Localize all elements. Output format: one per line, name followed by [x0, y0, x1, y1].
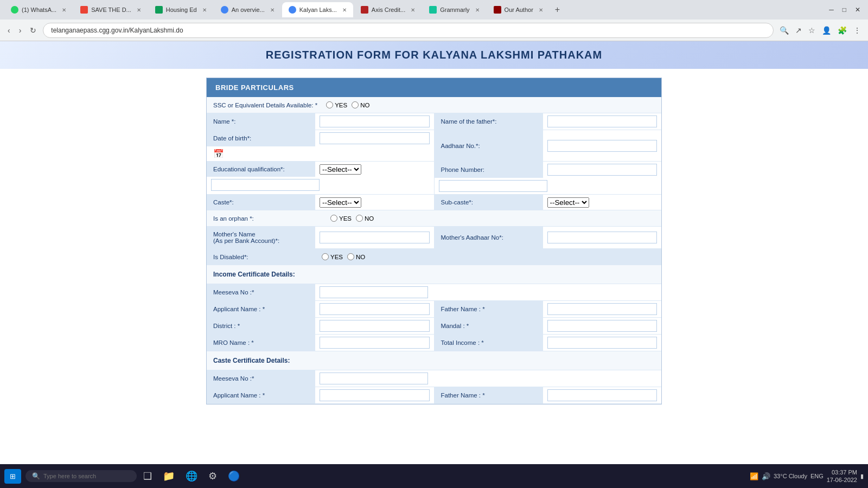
disabled-label: Is Disabled*:	[213, 254, 322, 260]
tab-housing[interactable]: Housing Ed ✕	[149, 2, 213, 17]
dob-input-wrapper	[315, 130, 434, 146]
settings-icon[interactable]: ⚙	[204, 468, 221, 484]
father-name-input-wrapper	[543, 113, 662, 130]
bookmark-icon[interactable]: ☆	[807, 24, 817, 36]
caste-cert-section-title: Caste Certificate Details:	[207, 351, 661, 370]
ssc-no-radio[interactable]	[352, 101, 359, 108]
chrome-icon[interactable]: 🌐	[181, 468, 202, 484]
back-button[interactable]: ‹	[5, 24, 12, 37]
tab-overview-label: An overvie...	[232, 7, 265, 13]
ssc-no-label[interactable]: NO	[352, 101, 369, 108]
father-name-label: Name of the father*:	[435, 113, 543, 130]
taskbar-search-icon: 🔍	[32, 472, 40, 480]
orphan-yes-label[interactable]: YES	[330, 215, 352, 222]
tab-overview-close[interactable]: ✕	[270, 7, 275, 13]
sound-icon[interactable]: 🔊	[762, 472, 770, 480]
phone-text2[interactable]	[439, 180, 547, 192]
tab-whatsapp[interactable]: (1) WhatsA... ✕	[4, 2, 73, 17]
tab-axis-close[interactable]: ✕	[411, 7, 415, 13]
start-button[interactable]: ⊞	[4, 469, 21, 484]
orphan-row: Is an orphan *: YES NO	[207, 210, 661, 227]
father3-right: Father Name : *	[435, 387, 662, 403]
meeseva2-input[interactable]	[320, 373, 428, 384]
header-banner: REGISTRATION FORM FOR KALYANA LAKSHMI PA…	[0, 41, 868, 69]
tab-whatsapp-close[interactable]: ✕	[62, 7, 66, 13]
forward-button[interactable]: ›	[17, 24, 24, 37]
applicant2-input[interactable]	[320, 389, 430, 401]
reload-button[interactable]: ↻	[28, 24, 39, 37]
caste-select[interactable]: --Select--	[320, 197, 361, 208]
close-button[interactable]: ✕	[852, 4, 864, 16]
restore-button[interactable]: □	[839, 4, 850, 16]
network-icon[interactable]: 📶	[750, 472, 758, 480]
mother-name-input[interactable]	[320, 232, 430, 243]
more-icon[interactable]: ⋮	[852, 24, 863, 36]
system-clock[interactable]: 03:37 PM 17-06-2022	[827, 468, 857, 484]
edu-select[interactable]: --Select--	[320, 164, 361, 175]
dob-input[interactable]	[320, 132, 430, 144]
disabled-no-label[interactable]: NO	[347, 253, 365, 260]
aadhaar-input[interactable]	[547, 140, 658, 152]
tab-gmail[interactable]: SAVE THE D... ✕	[74, 2, 148, 17]
phone-input[interactable]	[547, 164, 658, 176]
father-name2-input[interactable]	[547, 303, 658, 315]
tab-gmail-close[interactable]: ✕	[137, 7, 141, 13]
disabled-yes-radio[interactable]	[322, 253, 329, 260]
task-view-icon[interactable]: ❑	[139, 468, 156, 484]
district-input[interactable]	[320, 320, 430, 332]
weather-label: 33°C Cloudy	[774, 473, 807, 479]
extensions-icon[interactable]: 🧩	[836, 24, 848, 36]
father-name-input[interactable]	[547, 115, 658, 127]
show-desktop-icon[interactable]: ▮	[860, 473, 864, 480]
name-input[interactable]	[320, 115, 430, 127]
tab-kalyan[interactable]: Kalyan Laks... ✕	[282, 2, 353, 17]
tab-kalyan-close[interactable]: ✕	[342, 7, 347, 13]
tab-gmail-label: SAVE THE D...	[91, 7, 131, 13]
ssc-radio-group: YES NO	[326, 101, 369, 108]
tab-housing-close[interactable]: ✕	[202, 7, 207, 13]
edu-text-input[interactable]	[211, 179, 320, 191]
district-input-wrapper	[315, 318, 434, 334]
subcaste-select[interactable]: --Select--	[547, 197, 589, 208]
ssc-yes-label[interactable]: YES	[326, 101, 347, 108]
mandal-input-wrapper	[543, 318, 662, 334]
applicant-input-wrapper	[315, 301, 434, 317]
taskbar-search-box[interactable]: 🔍	[25, 470, 137, 482]
share-icon[interactable]: ↗	[794, 24, 803, 36]
tab-overview[interactable]: An overvie... ✕	[214, 2, 281, 17]
disabled-no-radio[interactable]	[347, 253, 354, 260]
taskbar-search-input[interactable]	[43, 473, 130, 479]
page-title: REGISTRATION FORM FOR KALYANA LAKSHMI PA…	[11, 49, 857, 61]
address-bar[interactable]	[43, 23, 774, 38]
ssc-row: SSC or Equivalent Details Available: * Y…	[207, 97, 661, 113]
father-name3-input[interactable]	[547, 389, 658, 401]
meeseva-input[interactable]	[320, 286, 428, 298]
tab-grammarly-close[interactable]: ✕	[475, 7, 480, 13]
mro-input[interactable]	[320, 337, 430, 349]
tab-grammarly[interactable]: Grammarly ✕	[423, 2, 486, 17]
search-icon[interactable]: 🔍	[778, 24, 790, 36]
mro-label: MRO Name : *	[207, 335, 315, 351]
orphan-no-label[interactable]: NO	[356, 215, 374, 222]
tab-ourauthor-close[interactable]: ✕	[539, 7, 543, 13]
profile-icon[interactable]: 👤	[820, 24, 833, 36]
new-tab-button[interactable]: +	[551, 5, 564, 15]
ssc-yes-radio[interactable]	[326, 101, 333, 108]
orphan-yes-radio[interactable]	[330, 215, 337, 222]
meeseva-input-wrapper	[315, 284, 661, 300]
mandal-input[interactable]	[547, 320, 658, 332]
calendar-icon[interactable]: 📅	[213, 149, 224, 158]
caste-right: Sub-caste*: --Select--	[435, 195, 662, 210]
mother-aadhaar-input[interactable]	[547, 232, 658, 243]
axis-favicon	[361, 6, 368, 14]
housing-favicon	[155, 6, 163, 14]
tab-axis[interactable]: Axis Credit... ✕	[354, 2, 422, 17]
disabled-yes-label[interactable]: YES	[322, 253, 343, 260]
applicant-input[interactable]	[320, 303, 430, 315]
minimize-button[interactable]: ─	[826, 4, 837, 16]
orphan-no-radio[interactable]	[356, 215, 363, 222]
tab-ourauthor[interactable]: Our Author ✕	[487, 2, 550, 17]
file-explorer-icon[interactable]: 📁	[158, 468, 179, 484]
total-income-input[interactable]	[547, 337, 658, 349]
edge-icon[interactable]: 🔵	[224, 468, 244, 484]
